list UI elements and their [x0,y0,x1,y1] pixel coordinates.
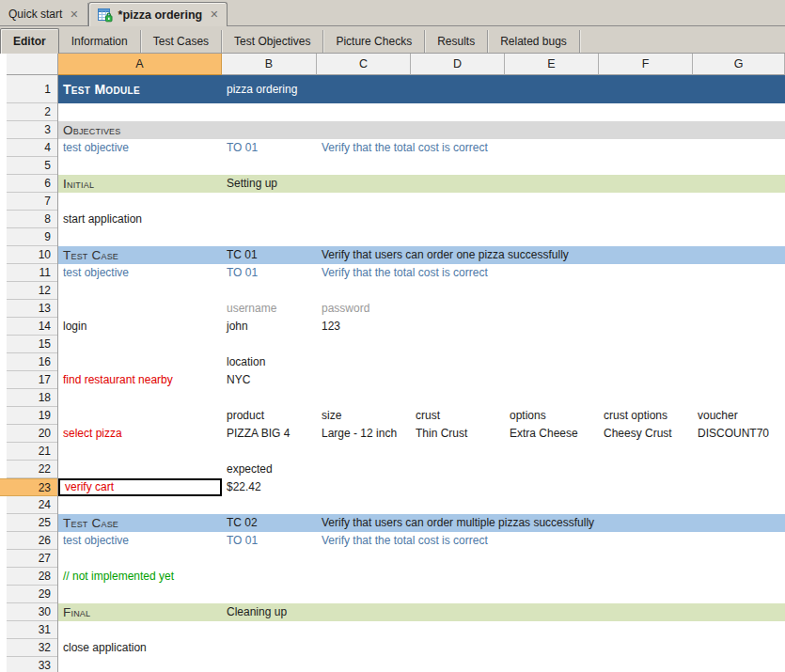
cell-E19[interactable]: options [505,407,599,425]
cell-B26[interactable]: TO 01 [222,532,317,550]
doc-tab-quick-start[interactable]: Quick start✕ [0,3,88,25]
tab-information[interactable]: Information [59,30,141,53]
cell-C14[interactable]: 123 [317,318,411,336]
tab-picture-checks[interactable]: Picture Checks [323,30,425,53]
cell-B4[interactable]: TO 01 [222,139,317,157]
cell-A6[interactable]: Initial [58,175,222,193]
row-header-17[interactable]: 17 [7,371,57,389]
row-header-12[interactable]: 12 [7,282,57,300]
row-header-3[interactable]: 3 [7,121,57,139]
doc-tab-pizza-ordering[interactable]: *pizza ordering✕ [88,2,228,26]
cell-B6[interactable]: Setting up [222,175,317,193]
cell-B11[interactable]: TO 01 [222,264,317,282]
column-header-C[interactable]: C [317,54,411,75]
cell-D19[interactable]: crust [411,407,505,425]
cell-C20[interactable]: Large - 12 inch [317,425,411,443]
cell-B1[interactable]: pizza ordering [222,75,317,103]
cell-C4[interactable]: Verify that the total cost is correct [317,139,411,157]
row-header-5[interactable]: 5 [7,157,57,175]
column-header-F[interactable]: F [599,54,693,75]
row-header-23[interactable]: 23 [0,478,57,496]
row-header-7[interactable]: 7 [7,193,57,211]
row-header-9[interactable]: 9 [7,228,57,246]
row-header-33[interactable]: 33 [7,657,57,672]
row-header-27[interactable]: 27 [7,550,57,568]
cell-B17[interactable]: NYC [222,371,317,389]
cell-B16[interactable]: location [222,353,317,371]
row-header-2[interactable]: 2 [7,103,57,121]
cell-C26[interactable]: Verify that the total cost is correct [317,532,411,550]
close-icon[interactable]: ✕ [68,8,78,21]
cell-A26[interactable]: test objective [58,532,222,550]
cell-C25[interactable]: Verify that users can order multiple piz… [317,514,411,532]
row-header-28[interactable]: 28 [7,568,57,586]
cell-A20[interactable]: select pizza [58,425,222,443]
tab-related-bugs[interactable]: Related bugs [488,30,580,53]
row-header-31[interactable]: 31 [7,621,57,639]
row-header-4[interactable]: 4 [7,139,57,157]
row-header-18[interactable]: 18 [7,389,57,407]
cell-G20[interactable]: DISCOUNT70 [693,425,785,443]
cell-A28[interactable]: // not implemented yet [58,568,222,586]
cell-A1[interactable]: Test Module [58,75,222,103]
row-header-6[interactable]: 6 [7,175,57,193]
row-header-16[interactable]: 16 [7,353,57,371]
column-header-B[interactable]: B [222,54,317,75]
row-header-1[interactable]: 1 [7,75,57,103]
row-header-29[interactable]: 29 [7,586,57,603]
tab-test-objectives[interactable]: Test Objectives [222,30,323,53]
cell-B14[interactable]: john [222,318,317,336]
tab-test-cases[interactable]: Test Cases [141,30,222,53]
cell-B23[interactable]: $22.42 [222,478,317,496]
cell-B19[interactable]: product [222,407,317,425]
close-icon[interactable]: ✕ [208,8,218,21]
column-header-A[interactable]: A [58,54,222,75]
row-header-25[interactable]: 25 [7,514,57,532]
row-header-32[interactable]: 32 [7,639,57,657]
row-header-13[interactable]: 13 [7,300,57,318]
row-header-11[interactable]: 11 [7,264,57,282]
row-header-30[interactable]: 30 [7,603,57,621]
cell-D20[interactable]: Thin Crust [411,425,505,443]
row-header-26[interactable]: 26 [7,532,57,550]
tab-results[interactable]: Results [425,30,488,53]
row-header-15[interactable]: 15 [7,336,57,353]
column-header-E[interactable]: E [505,54,599,75]
cell-A32[interactable]: close application [58,639,222,657]
cell-A10[interactable]: Test Case [58,246,222,264]
column-header-D[interactable]: D [411,54,505,75]
row-header-19[interactable]: 19 [7,407,57,425]
cell-A23[interactable]: verify cart [58,478,222,496]
cell-B22[interactable]: expected [222,461,317,478]
cell-B10[interactable]: TC 01 [222,246,317,264]
row-header-22[interactable]: 22 [7,461,57,478]
cell-A17[interactable]: find restaurant nearby [58,371,222,389]
cell-B13[interactable]: username [222,300,317,318]
cell-A8[interactable]: start application [58,211,222,228]
sheet-grid[interactable]: Test Modulepizza orderingObjectivestest … [58,75,785,672]
column-header-G[interactable]: G [693,54,785,75]
row-header-21[interactable]: 21 [7,443,57,461]
row-header-10[interactable]: 10 [7,246,57,264]
cell-C19[interactable]: size [317,407,411,425]
row-header-8[interactable]: 8 [7,211,57,228]
cell-B20[interactable]: PIZZA BIG 4 [222,425,317,443]
grid-corner-cell[interactable] [7,54,58,75]
cell-A25[interactable]: Test Case [58,514,222,532]
cell-G19[interactable]: voucher [693,407,785,425]
cell-B30[interactable]: Cleaning up [222,603,317,621]
cell-F20[interactable]: Cheesy Crust [599,425,693,443]
cell-A3[interactable]: Objectives [58,121,222,139]
cell-A30[interactable]: Final [58,603,222,621]
cell-E20[interactable]: Extra Cheese [505,425,599,443]
tab-editor[interactable]: Editor [0,28,59,54]
cell-A4[interactable]: test objective [58,139,222,157]
cell-B25[interactable]: TC 02 [222,514,317,532]
cell-C10[interactable]: Verify that users can order one pizza su… [317,246,411,264]
cell-C13[interactable]: password [317,300,411,318]
row-header-24[interactable]: 24 [7,496,57,514]
cell-C11[interactable]: Verify that the total cost is correct [317,264,411,282]
row-header-14[interactable]: 14 [7,318,57,336]
cell-A11[interactable]: test objective [58,264,222,282]
cell-A14[interactable]: login [58,318,222,336]
